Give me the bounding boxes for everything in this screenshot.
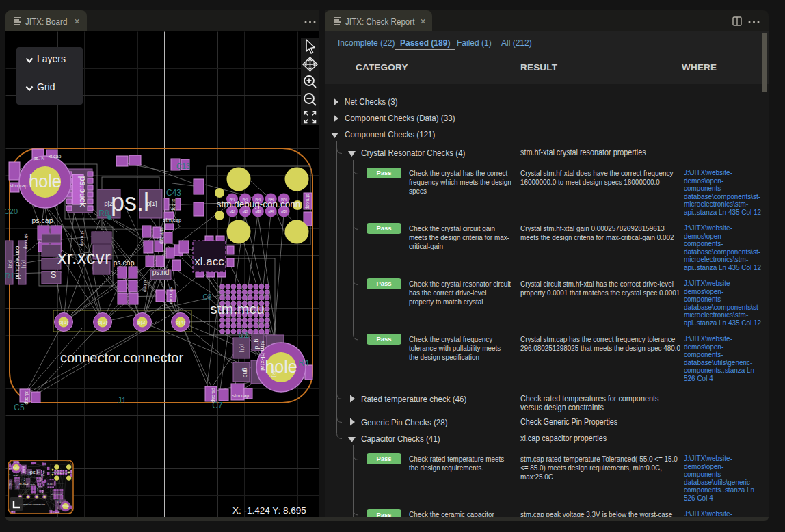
- svg-text:p[2]: p[2]: [104, 200, 114, 207]
- svg-text:C13: C13: [176, 162, 190, 170]
- svg-text:stm.cap: stm.cap: [23, 234, 29, 250]
- svg-text:p[2]: p[2]: [98, 319, 107, 325]
- svg-text:ps.cap: ps.cap: [114, 258, 135, 267]
- svg-text:stm.cap: stm.cap: [79, 231, 85, 247]
- svg-text:R4: R4: [298, 358, 309, 368]
- svg-text:stm.debug-con.conn: stm.debug-con.conn: [217, 199, 300, 209]
- svg-text:p[1]: p[1]: [59, 319, 68, 325]
- svg-text:p[4]: p[4]: [268, 210, 274, 213]
- svg-text:p[2]: p[2]: [8, 260, 13, 268]
- svg-text:p[1]: p[1]: [146, 200, 157, 207]
- svg-text:p[1]: p[1]: [21, 260, 27, 268]
- svg-text:C7: C7: [212, 401, 223, 410]
- svg-text:C8: C8: [203, 293, 212, 301]
- svg-text:R1: R1: [5, 271, 14, 280]
- svg-text:xr.cap: xr.cap: [171, 199, 176, 212]
- svg-text:ps.buck: ps.buck: [78, 176, 88, 207]
- svg-text:xr.xcvr: xr.xcvr: [57, 248, 111, 268]
- svg-text:C43: C43: [166, 188, 181, 198]
- svg-text:stm.cap: stm.cap: [163, 217, 181, 223]
- svg-text:S: S: [51, 269, 57, 280]
- svg-text:p[2]: p[2]: [271, 369, 278, 377]
- svg-text:stm.mcu: stm.mcu: [210, 301, 264, 317]
- svg-text:stm.cap: stm.cap: [10, 183, 27, 189]
- svg-text:xl.cap: xl.cap: [24, 391, 30, 405]
- svg-text:xl.acc: xl.acc: [194, 255, 224, 268]
- svg-text:stm.cap: stm.cap: [168, 287, 174, 304]
- svg-text:ps.l: ps.l: [111, 188, 149, 216]
- svg-text:J1: J1: [118, 396, 127, 405]
- svg-text:connector.connector: connector.connector: [60, 350, 183, 365]
- svg-text:U1: U1: [238, 330, 249, 340]
- svg-text:C5: C5: [14, 403, 25, 412]
- svg-text:ps.-N: ps.-N: [34, 156, 45, 161]
- svg-text:stm.cap: stm.cap: [159, 228, 164, 245]
- svg-text:p[5]: p[5]: [281, 210, 287, 213]
- svg-text:hole: hole: [29, 172, 61, 191]
- svg-text:gnd: gnd: [254, 338, 261, 349]
- svg-text:p[2]: p[2]: [243, 210, 248, 213]
- svg-text:ps.cap: ps.cap: [32, 216, 53, 224]
- svg-text:p[1]: p[1]: [230, 210, 235, 213]
- svg-text:gnd: gnd: [242, 367, 249, 377]
- svg-text:hole: hole: [265, 357, 297, 376]
- svg-text:p[1]: p[1]: [239, 344, 245, 352]
- svg-text:xt.cap: xt.cap: [49, 154, 62, 159]
- svg-text:p[3]: p[3]: [137, 319, 146, 325]
- svg-text:ps.nd: ps.nd: [152, 269, 169, 276]
- svg-text:C20: C20: [5, 207, 18, 215]
- svg-text:xl.cap: xl.cap: [142, 280, 148, 292]
- svg-text:stm.cap: stm.cap: [305, 194, 310, 210]
- svg-text:stm.cap: stm.cap: [232, 393, 250, 399]
- svg-text:p[4]: p[4]: [176, 319, 185, 325]
- svg-text:p[3]: p[3]: [256, 210, 261, 213]
- svg-text:connector.rid: connector.rid: [14, 246, 21, 280]
